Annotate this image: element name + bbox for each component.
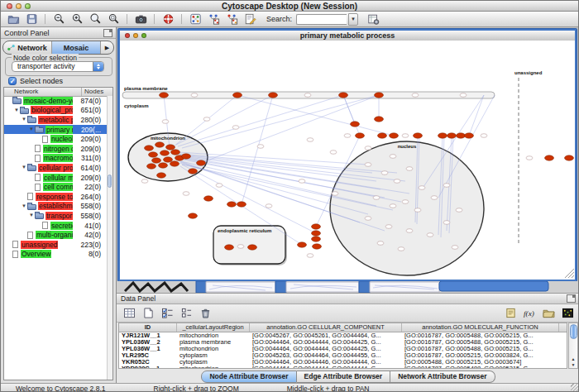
- tree-row[interactable]: ▼biological_process651(0): [4, 106, 108, 116]
- network-node-unselected[interactable]: [237, 245, 244, 249]
- tree-expander-icon[interactable]: ▼: [21, 163, 27, 172]
- select-nodes-checkbox[interactable]: ✓: [8, 77, 17, 85]
- resize-grip[interactable]: [571, 384, 579, 392]
- network-node-unselected[interactable]: [443, 184, 450, 188]
- network-node-unselected[interactable]: [365, 163, 371, 167]
- tab-network[interactable]: Network: [3, 41, 52, 54]
- frame-close-button[interactable]: [125, 33, 130, 38]
- network-node-unselected[interactable]: [141, 179, 148, 184]
- network-node-highlighted[interactable]: [149, 152, 158, 157]
- tree-row[interactable]: cell communicat22(0): [4, 182, 108, 192]
- canvas-resize-grip[interactable]: [565, 269, 574, 278]
- network-edge[interactable]: [469, 95, 484, 136]
- tree-row[interactable]: multi-organism pro42(0): [4, 230, 108, 240]
- network-node-highlighted[interactable]: [269, 93, 278, 98]
- unselect-attributes-button[interactable]: [178, 307, 194, 320]
- network-node-unselected[interactable]: [460, 93, 467, 98]
- zoom-in-button[interactable]: [69, 12, 85, 26]
- network-node-unselected[interactable]: [381, 171, 388, 175]
- tree-expander-icon[interactable]: ▼: [13, 106, 20, 115]
- help-button[interactable]: [160, 12, 176, 26]
- table-row[interactable]: YDR039C__1mitochondrion[GO:0044464, GO:0…: [119, 366, 567, 369]
- network-node-unselected[interactable]: [419, 186, 425, 190]
- network-node-highlighted[interactable]: [457, 133, 466, 138]
- network-node-highlighted[interactable]: [356, 133, 365, 138]
- network-node-unselected[interactable]: [390, 204, 396, 208]
- tree-expander-icon[interactable]: ▼: [21, 202, 27, 211]
- zoom-window-button[interactable]: [25, 3, 31, 9]
- network-node-highlighted[interactable]: [189, 169, 198, 174]
- tree-row[interactable]: ▼primary metabo209(...: [4, 125, 108, 135]
- tree-row[interactable]: ▼cellular process614(0): [4, 163, 108, 173]
- float-panel-icon[interactable]: [103, 29, 112, 37]
- tree-row[interactable]: ▼transport558(0): [4, 211, 108, 221]
- tree-column-nodes[interactable]: Nodes: [82, 88, 112, 96]
- matrix-view-button[interactable]: [559, 307, 576, 320]
- network-node-highlighted[interactable]: [378, 133, 387, 138]
- network-edge[interactable]: [176, 95, 273, 145]
- frame-zoom-button[interactable]: [141, 33, 146, 38]
- tree-expander-icon[interactable]: ▼: [28, 125, 35, 134]
- network-node-highlighted[interactable]: [438, 133, 447, 138]
- network-node-unselected[interactable]: [257, 145, 264, 149]
- tree-row[interactable]: nucleobase-209(0): [4, 134, 108, 144]
- network-node-unselected[interactable]: [232, 126, 239, 130]
- network-node-unselected[interactable]: [414, 208, 421, 213]
- network-node-highlighted[interactable]: [227, 202, 237, 207]
- network-node-unselected[interactable]: [344, 134, 351, 138]
- network-edge[interactable]: [343, 95, 355, 124]
- network-node-unselected[interactable]: [390, 155, 396, 159]
- tree-row[interactable]: ▼establishment of lo558(0): [4, 202, 108, 212]
- network-node-highlighted[interactable]: [157, 173, 166, 178]
- network-node-unselected[interactable]: [385, 225, 392, 229]
- network-node-unselected[interactable]: [304, 93, 311, 98]
- network-node-highlighted[interactable]: [237, 202, 246, 207]
- network-node-unselected[interactable]: [330, 151, 337, 155]
- network-node-highlighted[interactable]: [160, 93, 169, 98]
- table-scrollbar[interactable]: ▲▼: [568, 323, 578, 369]
- select-attributes-button[interactable]: [159, 307, 175, 320]
- network-node-highlighted[interactable]: [225, 245, 234, 250]
- network-node-highlighted[interactable]: [351, 122, 360, 127]
- network-node-unselected[interactable]: [307, 138, 313, 142]
- network-node-highlighted[interactable]: [160, 151, 170, 155]
- search-input[interactable]: [296, 14, 347, 25]
- snapshot-button[interactable]: [132, 12, 149, 26]
- table-row[interactable]: YPL036W__2plasma membrane[GO:0044464, GO…: [119, 339, 567, 346]
- network-node-highlighted[interactable]: [565, 155, 574, 160]
- network-node-highlighted[interactable]: [159, 163, 168, 168]
- network-node-highlighted[interactable]: [145, 146, 154, 151]
- attribute-settings-button[interactable]: [365, 12, 381, 26]
- tree-scrollbar[interactable]: [107, 96, 112, 380]
- network-canvas[interactable]: plasma membranecytoplasmmitochondrionnuc…: [120, 41, 575, 280]
- network-node-highlighted[interactable]: [248, 245, 257, 250]
- network-node-unselected[interactable]: [183, 192, 189, 196]
- zoom-out-button[interactable]: [50, 12, 67, 26]
- network-node-highlighted[interactable]: [465, 133, 474, 138]
- network-edge[interactable]: [201, 95, 379, 163]
- layout-tool-2-button[interactable]: [223, 12, 240, 26]
- network-node-highlighted[interactable]: [166, 145, 175, 150]
- network-node-unselected[interactable]: [443, 221, 450, 225]
- table-column-header[interactable]: _cellularLayoutRegion: [177, 323, 250, 332]
- tree-row[interactable]: macromolecule311(0): [4, 154, 108, 164]
- network-node-highlighted[interactable]: [545, 155, 554, 160]
- tab-node-attribute-browser[interactable]: Node Attribute Browser: [201, 370, 296, 383]
- tree-row[interactable]: unassigned223(0): [4, 240, 108, 250]
- network-node-unselected[interactable]: [406, 229, 413, 233]
- combo-stepper[interactable]: [93, 62, 103, 71]
- table-column-header[interactable]: annotation.GO MOLECULAR_FUNCTION: [402, 323, 559, 332]
- network-node-unselected[interactable]: [299, 179, 305, 184]
- tree-row[interactable]: nitrogen compo209(0): [4, 144, 108, 154]
- network-node-unselected[interactable]: [307, 254, 313, 258]
- tree-row[interactable]: secretion41(0): [4, 221, 108, 231]
- network-node-unselected[interactable]: [377, 241, 384, 246]
- float-data-panel-icon[interactable]: [567, 294, 576, 303]
- minimize-window-button[interactable]: [16, 3, 22, 9]
- tree-row[interactable]: cellular metabo209(0): [4, 173, 108, 183]
- network-node-unselected[interactable]: [481, 134, 487, 138]
- layout-tool-1-button[interactable]: [205, 12, 222, 26]
- network-node-unselected[interactable]: [266, 204, 272, 208]
- network-node-unselected[interactable]: [365, 217, 371, 221]
- network-node-highlighted[interactable]: [339, 93, 348, 98]
